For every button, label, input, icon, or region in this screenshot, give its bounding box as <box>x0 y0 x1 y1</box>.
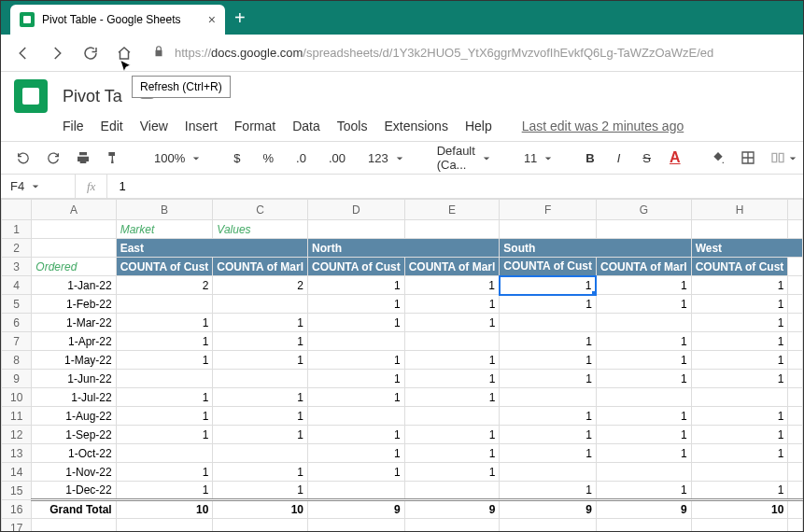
cell[interactable]: 1-Aug-22 <box>32 407 116 426</box>
cell[interactable]: 1-Nov-22 <box>32 463 116 482</box>
cell[interactable]: 1 <box>691 482 788 500</box>
cell[interactable]: 1 <box>500 332 597 351</box>
cell[interactable]: 1 <box>691 351 788 370</box>
menu-format[interactable]: Format <box>234 119 275 133</box>
cell[interactable]: 1 <box>308 370 405 388</box>
cell[interactable] <box>308 519 405 533</box>
row-header-9[interactable]: 9 <box>2 370 32 388</box>
cell[interactable]: COUNTA of Cust <box>308 258 405 276</box>
cell[interactable]: 1 <box>596 276 691 295</box>
cell[interactable]: 1 <box>596 426 691 444</box>
cell[interactable]: 1 <box>213 426 308 444</box>
menu-data[interactable]: Data <box>292 119 320 133</box>
cell[interactable]: 1 <box>308 388 405 407</box>
cell[interactable]: West <box>691 239 802 258</box>
cell[interactable]: 1-Jun-22 <box>32 370 116 388</box>
cell[interactable] <box>213 444 308 463</box>
spreadsheet-grid[interactable]: ABCDEFGH1MarketValues2EastNorthSouthWest… <box>1 199 803 532</box>
cell[interactable] <box>596 220 691 239</box>
cell[interactable]: 1-Oct-22 <box>32 444 116 463</box>
cell[interactable]: Market <box>116 220 213 239</box>
merge-button[interactable] <box>765 146 802 170</box>
currency-button[interactable]: $ <box>224 147 249 169</box>
cell[interactable]: 1 <box>691 444 788 463</box>
row-header-2[interactable]: 2 <box>2 239 32 258</box>
col-header-D[interactable]: D <box>308 200 405 220</box>
cell[interactable] <box>788 258 803 276</box>
cell[interactable] <box>788 295 803 314</box>
cell[interactable]: North <box>308 239 500 258</box>
cell[interactable]: 1 <box>691 426 788 444</box>
row-header-13[interactable]: 13 <box>2 444 32 463</box>
cell[interactable]: 1 <box>308 314 405 332</box>
cell[interactable]: COUNTA of Cust <box>500 258 597 276</box>
menu-edit[interactable]: Edit <box>101 119 123 133</box>
col-header-G[interactable]: G <box>596 200 691 220</box>
cell[interactable] <box>596 314 691 332</box>
text-color-button[interactable]: A <box>664 146 686 170</box>
cell[interactable] <box>788 332 803 351</box>
cell[interactable]: 1 <box>500 351 597 370</box>
font-size-dropdown[interactable]: 11 <box>515 146 557 170</box>
browser-tab[interactable]: Pivot Table - Google Sheets × <box>10 5 225 35</box>
col-header-E[interactable]: E <box>404 200 500 220</box>
cell[interactable] <box>404 332 500 351</box>
cell[interactable]: 1 <box>116 482 213 500</box>
address-bar[interactable]: https://docs.google.com/spreadsheets/d/1… <box>143 45 796 62</box>
cell[interactable] <box>500 463 597 482</box>
cell[interactable]: 1 <box>404 351 500 370</box>
row-header-5[interactable]: 5 <box>2 295 32 314</box>
cell[interactable]: 1 <box>404 426 500 444</box>
cell[interactable]: East <box>116 239 307 258</box>
cell[interactable] <box>788 482 803 500</box>
font-dropdown[interactable]: Default (Ca... <box>428 141 496 175</box>
cell[interactable]: Ordered <box>32 258 116 276</box>
cell[interactable] <box>788 314 803 332</box>
cell[interactable]: 1 <box>213 388 308 407</box>
cell[interactable]: 1 <box>596 482 691 500</box>
cell[interactable] <box>691 519 788 533</box>
row-header-12[interactable]: 12 <box>2 426 32 444</box>
cell[interactable] <box>500 220 597 239</box>
cell[interactable] <box>308 332 405 351</box>
cell[interactable]: 10 <box>213 500 308 519</box>
cell[interactable]: 1-May-22 <box>32 351 116 370</box>
menu-insert[interactable]: Insert <box>185 119 218 133</box>
forward-button[interactable] <box>42 38 72 68</box>
cell[interactable]: 1 <box>116 426 213 444</box>
cell[interactable] <box>788 351 803 370</box>
menu-tools[interactable]: Tools <box>337 119 368 133</box>
cell[interactable]: 9 <box>404 500 500 519</box>
cell[interactable]: 1-Jan-22 <box>32 276 116 295</box>
menu-extensions[interactable]: Extensions <box>384 119 447 133</box>
cell[interactable]: 1 <box>500 482 597 500</box>
increase-decimal-button[interactable]: .00 <box>319 147 355 169</box>
cell[interactable] <box>404 220 500 239</box>
cell[interactable]: 1 <box>404 444 500 463</box>
cell[interactable] <box>213 519 308 533</box>
percent-button[interactable]: % <box>253 147 283 169</box>
cell[interactable]: 1 <box>116 351 213 370</box>
cell[interactable]: 1-Jul-22 <box>32 388 116 407</box>
row-header-15[interactable]: 15 <box>2 482 32 500</box>
cell[interactable]: 2 <box>213 276 308 295</box>
select-all-corner[interactable] <box>2 200 32 220</box>
redo-button[interactable] <box>40 147 66 169</box>
cell[interactable]: 1 <box>500 370 597 388</box>
cell[interactable] <box>32 220 116 239</box>
undo-button[interactable] <box>10 147 36 169</box>
row-header-16[interactable]: 16 <box>2 500 32 519</box>
cell[interactable]: 1 <box>691 370 788 388</box>
cell[interactable]: 1 <box>308 426 405 444</box>
doc-title[interactable]: Pivot Ta <box>63 87 122 106</box>
cell[interactable]: 1 <box>404 370 500 388</box>
cell[interactable]: South <box>500 239 691 258</box>
cell[interactable] <box>308 220 405 239</box>
cell[interactable] <box>500 314 597 332</box>
cell[interactable]: 1 <box>691 314 788 332</box>
menu-help[interactable]: Help <box>465 119 492 133</box>
cell[interactable]: 1 <box>213 332 308 351</box>
cell[interactable]: Grand Total <box>32 500 116 519</box>
cell[interactable]: 1 <box>213 314 308 332</box>
paint-format-button[interactable] <box>100 147 126 169</box>
